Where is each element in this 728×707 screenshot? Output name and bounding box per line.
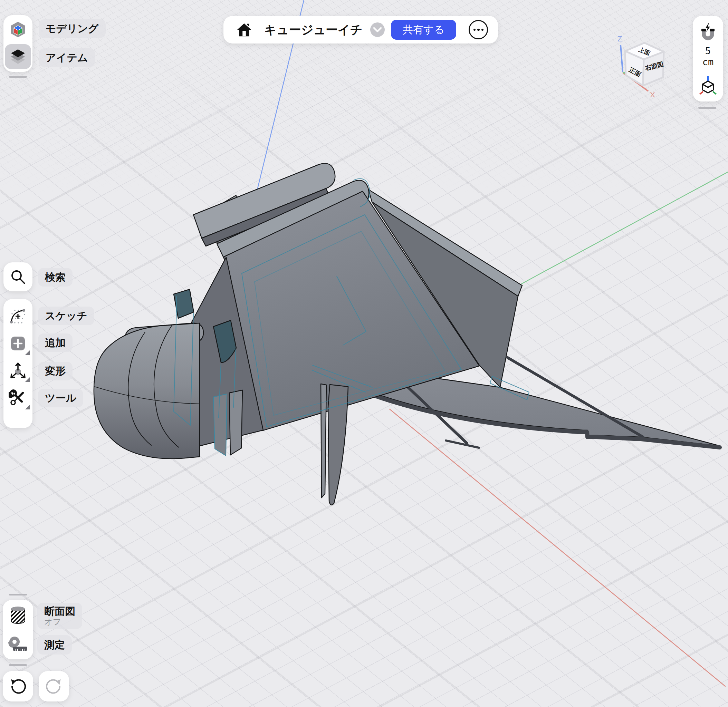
model-wing-groove (446, 440, 479, 448)
sketch-icon (9, 307, 27, 326)
ellipsis-icon (474, 29, 476, 31)
transform-label-pill: 変形 (38, 362, 72, 381)
section-label-pill: 断面図 オフ (37, 603, 82, 629)
sketch-label: スケッチ (45, 310, 87, 322)
measure-button[interactable] (3, 632, 33, 656)
grid-scale-value: 5 (693, 46, 723, 56)
sketch-label-pill: スケッチ (38, 307, 94, 325)
model-lower-plate[interactable] (229, 390, 243, 455)
home-icon (236, 22, 252, 37)
modeling-icon (9, 21, 27, 39)
orientation-button[interactable] (697, 73, 719, 97)
grid-scale-unit: cm (693, 56, 723, 68)
modeling-label: モデリング (46, 23, 99, 35)
search-label-pill: 検索 (38, 268, 72, 287)
search-icon (9, 268, 27, 286)
model-lower-plate[interactable] (214, 394, 227, 456)
tools-label-pill: ツール (38, 389, 83, 407)
panel-drag-handle[interactable] (9, 594, 27, 596)
model-body[interactable] (94, 163, 721, 505)
section-view-icon (9, 606, 27, 626)
redo-button[interactable] (39, 671, 69, 701)
search-label: 検索 (45, 271, 66, 283)
view-cube[interactable]: Z X 上面 正面 右面図 (615, 32, 674, 99)
axis-cube-icon (698, 75, 718, 96)
measure-icon (8, 636, 27, 653)
sketch-button[interactable] (3, 302, 32, 330)
view-cube-z-axis (621, 45, 623, 72)
add-label: 追加 (45, 337, 66, 349)
section-state: オフ (44, 617, 75, 626)
panel-drag-handle[interactable] (9, 664, 27, 666)
more-options-button[interactable] (469, 20, 488, 39)
submenu-indicator (25, 405, 30, 410)
items-button[interactable] (5, 44, 31, 69)
view-cube-x-label: X (650, 91, 655, 99)
snap-magnet-button[interactable] (697, 20, 719, 45)
model-lower-fin[interactable] (328, 385, 348, 505)
add-icon (9, 335, 27, 352)
measure-label: 測定 (44, 639, 65, 651)
tools-button[interactable] (3, 384, 32, 411)
add-button[interactable] (3, 330, 32, 357)
title-bar: キュージューイチ 共有する (224, 16, 498, 43)
search-button[interactable] (3, 263, 32, 291)
modeling-button[interactable] (5, 17, 31, 42)
x-axis-line (390, 409, 725, 686)
section-view-button[interactable] (3, 603, 33, 628)
grid-scale-indicator: 5 cm (693, 46, 723, 68)
items-label-pill: アイテム (39, 48, 95, 67)
model-lower-fin[interactable] (321, 384, 326, 498)
magnet-icon (698, 22, 718, 43)
tools-icon (9, 388, 27, 407)
panel-drag-handle[interactable] (9, 76, 27, 78)
scene (0, 0, 728, 707)
add-label-pill: 追加 (38, 333, 72, 352)
transform-label: 変形 (45, 365, 66, 377)
items-label: アイテム (46, 52, 88, 64)
submenu-indicator (25, 351, 30, 355)
items-icon (9, 48, 27, 66)
measure-label-pill: 測定 (37, 635, 72, 655)
chevron-down-icon (373, 27, 382, 32)
share-button[interactable]: 共有する (391, 20, 456, 40)
section-label: 断面図 (44, 606, 75, 618)
undo-icon (9, 677, 27, 695)
transform-icon (9, 361, 27, 380)
3d-canvas[interactable]: Z X 上面 正面 右面図 モデ (0, 0, 728, 707)
home-button[interactable] (236, 22, 253, 38)
transform-button[interactable] (3, 357, 32, 384)
view-cube-z-label: Z (617, 35, 622, 43)
title-menu-button[interactable] (370, 22, 385, 37)
redo-icon (45, 677, 63, 695)
undo-button[interactable] (3, 671, 33, 701)
tools-label: ツール (45, 392, 76, 404)
panel-drag-handle[interactable] (698, 107, 716, 109)
submenu-indicator (25, 377, 30, 382)
document-title[interactable]: キュージューイチ (264, 22, 363, 38)
modeling-label-pill: モデリング (39, 19, 106, 38)
